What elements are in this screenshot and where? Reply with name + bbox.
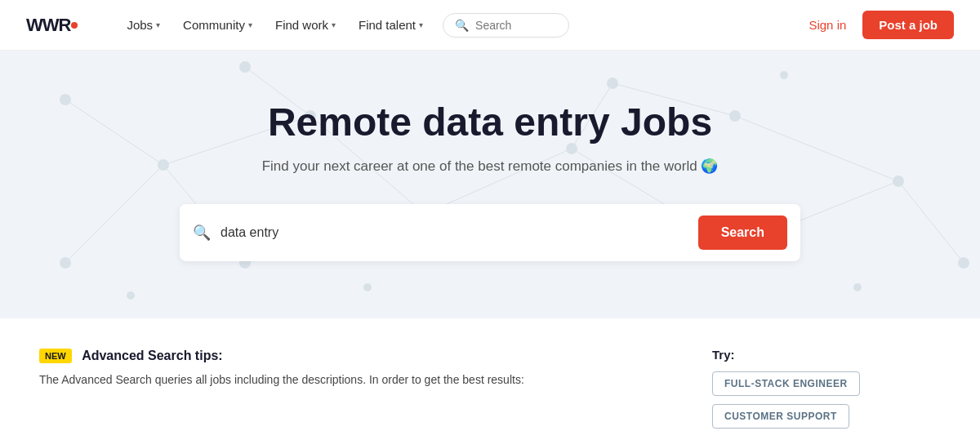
try-label: Try: (712, 348, 941, 362)
header-search-input[interactable] (475, 19, 557, 32)
search-container: 🔍 Search (180, 204, 800, 261)
new-badge: NEW (39, 349, 72, 363)
logo-text: WWR (26, 15, 70, 36)
search-icon: 🔍 (455, 19, 469, 32)
nav-jobs-label: Jobs (127, 18, 153, 32)
svg-line-12 (65, 165, 163, 263)
svg-point-28 (363, 283, 372, 291)
svg-line-6 (898, 181, 964, 263)
svg-point-20 (893, 176, 904, 187)
nav-jobs[interactable]: Jobs ▾ (117, 11, 170, 38)
svg-point-27 (127, 291, 135, 300)
svg-line-0 (65, 100, 163, 165)
nav-find-talent-label: Find talent (359, 18, 416, 32)
chevron-down-icon: ▾ (248, 20, 252, 29)
chevron-down-icon: ▾ (419, 20, 423, 29)
svg-point-30 (853, 283, 862, 291)
try-section: Try: FULL-STACK ENGINEER CUSTOMER SUPPOR… (712, 348, 941, 429)
logo[interactable]: WWR (26, 15, 78, 36)
nav-find-work[interactable]: Find work ▾ (265, 11, 345, 38)
chevron-down-icon: ▾ (156, 20, 160, 29)
nav-find-talent[interactable]: Find talent ▾ (349, 11, 433, 38)
nav-community-label: Community (183, 18, 245, 32)
svg-point-23 (607, 78, 618, 89)
tips-header: NEW Advanced Search tips: (39, 348, 647, 363)
svg-point-29 (780, 71, 788, 79)
signin-button[interactable]: Sign in (792, 11, 862, 38)
post-job-button[interactable]: Post a job (862, 11, 954, 39)
search-icon: 🔍 (193, 224, 211, 242)
nav-community[interactable]: Community ▾ (173, 11, 262, 38)
hero-section: Remote data entry Jobs Find your next ca… (0, 51, 980, 318)
bottom-section: NEW Advanced Search tips: The Advanced S… (0, 318, 980, 431)
svg-point-21 (958, 257, 969, 269)
search-button[interactable]: Search (698, 216, 787, 250)
hero-content: Remote data entry Jobs Find your next ca… (180, 100, 800, 261)
search-input[interactable] (220, 225, 698, 240)
page-title: Remote data entry Jobs (180, 100, 800, 144)
svg-point-25 (60, 257, 71, 269)
tips-text: The Advanced Search queries all jobs inc… (39, 371, 647, 389)
svg-point-26 (239, 61, 251, 73)
nav-find-work-label: Find work (275, 18, 328, 32)
tips-section: NEW Advanced Search tips: The Advanced S… (39, 348, 647, 389)
hero-subtitle: Find your next career at one of the best… (180, 158, 800, 175)
try-chip-customer-support[interactable]: CUSTOMER SUPPORT (712, 404, 849, 429)
logo-dot (71, 22, 78, 29)
main-nav: Jobs ▾ Community ▾ Find work ▾ Find tale… (117, 11, 792, 38)
tips-heading: Advanced Search tips: (82, 349, 223, 362)
try-chips: FULL-STACK ENGINEER CUSTOMER SUPPORT (712, 371, 941, 429)
svg-point-15 (158, 159, 169, 171)
header-search-bar[interactable]: 🔍 (443, 13, 569, 38)
chevron-down-icon: ▾ (332, 20, 336, 29)
svg-point-14 (60, 94, 71, 105)
header: WWR Jobs ▾ Community ▾ Find work ▾ Find … (0, 0, 980, 51)
try-chip-fullstack[interactable]: FULL-STACK ENGINEER (712, 371, 860, 396)
